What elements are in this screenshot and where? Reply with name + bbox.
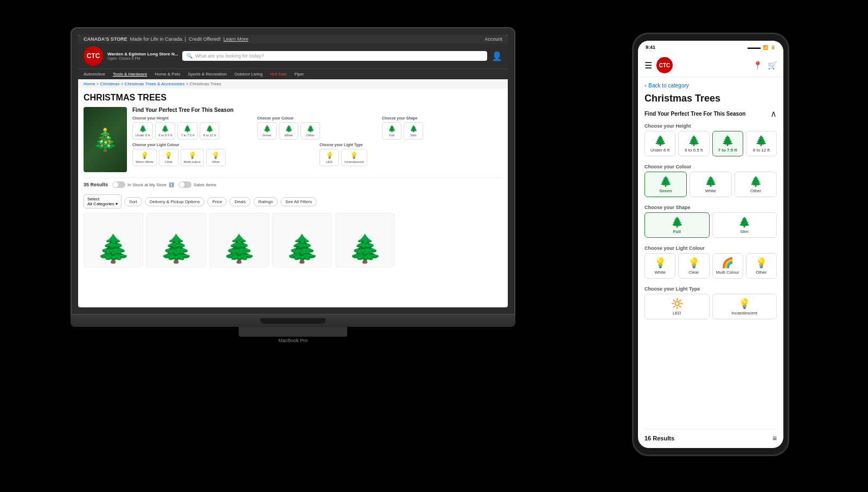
- product-card-2[interactable]: 🌲: [146, 213, 206, 267]
- sort-button[interactable]: Sort: [124, 197, 142, 206]
- laptop-screen: CANADA'S STORE Made for Life in Canada. …: [78, 35, 508, 307]
- height-options-row: 🌲 Under 6 ft 🌲 6 to 6.5 ft 🌲 7 to 7.5 ft: [644, 131, 777, 156]
- nav-flyer[interactable]: Flyer: [295, 72, 304, 77]
- phone-content: ‹ Back to category Christmas Trees Find …: [638, 77, 783, 448]
- breadcrumb: Home > Christmas > Christmas Trees & Acc…: [78, 79, 508, 89]
- height-7to75[interactable]: 🌲7 to 7.5 ft: [177, 122, 197, 140]
- product-grid: 🌲 🌲 🌲 🌲 🌲: [84, 213, 502, 267]
- phone-light-clear[interactable]: 💡 Clear: [678, 253, 709, 279]
- shape-options-row: 🌲 Full 🌲 Slim: [644, 212, 777, 238]
- filter-bar: Select All Categories ▾ Sort Delivery & …: [84, 194, 502, 209]
- shape-full[interactable]: 🌲Full: [382, 122, 401, 140]
- back-arrow-icon: ‹: [644, 83, 646, 89]
- phone-page-title: Christmas Trees: [644, 93, 777, 104]
- product-card-5[interactable]: 🌲: [335, 213, 395, 267]
- in-stock-switch[interactable]: [112, 181, 125, 188]
- phone-colour-green[interactable]: 🌲 Green: [644, 172, 687, 197]
- phone-height-8to12[interactable]: 🌲 8 to 12 ft: [746, 131, 777, 156]
- colour-options: 🌲Green 🌲White 🌲Other: [257, 122, 378, 140]
- see-all-button[interactable]: See All Filters: [280, 197, 317, 206]
- phone-colour-other[interactable]: 🌲 Other: [735, 172, 777, 197]
- phone-light-white[interactable]: 💡 White: [644, 253, 675, 279]
- slim-tree-icon: 🌲: [738, 216, 750, 228]
- light-incandescent[interactable]: 💡Incandescent: [341, 149, 367, 166]
- finder-height-row: Choose your Height 🌲Under 6 ft 🌲6 to 6.5…: [132, 116, 502, 140]
- hamburger-icon[interactable]: ☰: [644, 60, 652, 71]
- learn-more-link[interactable]: Learn More: [224, 36, 248, 42]
- colour-green[interactable]: 🌲Green: [257, 122, 277, 140]
- light-clear[interactable]: 💡Clear: [159, 149, 178, 166]
- account-link[interactable]: Account: [484, 36, 502, 42]
- phone-colour-white[interactable]: 🌲 White: [690, 172, 732, 197]
- search-icon: 🔍: [187, 53, 193, 59]
- product-card-1[interactable]: 🌲: [84, 213, 143, 267]
- sales-switch[interactable]: [178, 181, 192, 188]
- nav-tools[interactable]: Tools & Hardware: [113, 72, 147, 77]
- height-under6[interactable]: 🌲Under 6 ft: [132, 122, 153, 140]
- product-card-3[interactable]: 🌲: [209, 213, 269, 267]
- phone-light-multicolour[interactable]: 🌈 Multi Colour: [712, 253, 743, 279]
- back-link[interactable]: ‹ Back to category: [644, 83, 777, 89]
- phone-shape-full[interactable]: 🌲 Full: [644, 212, 710, 238]
- height-group: Choose your Height 🌲Under 6 ft 🌲6 to 6.5…: [132, 116, 253, 140]
- light-colour-options: 💡Warm White 💡Clear 💡Multi-colour 💡Other: [132, 149, 315, 166]
- phone-results-count: 16 Results: [644, 435, 674, 441]
- cart-icon[interactable]: 🛒: [768, 61, 777, 70]
- nav-outdoor[interactable]: Outdoor Living: [234, 72, 263, 77]
- product-card-4[interactable]: 🌲: [272, 213, 332, 267]
- phone-height-7to75[interactable]: 🌲 7 to 7.5 ft: [712, 131, 743, 156]
- section-title: Find Your Perfect Tree For This Season: [644, 111, 745, 117]
- phone-shape-slim[interactable]: 🌲 Slim: [712, 212, 777, 238]
- nav-home[interactable]: Home & Pets: [155, 72, 180, 77]
- phone-height-under6[interactable]: 🌲 Under 6 ft: [644, 131, 675, 156]
- phone-light-led[interactable]: 🔆 LED: [644, 294, 710, 319]
- height-6to65[interactable]: 🌲6 to 6.5 ft: [155, 122, 175, 140]
- site-top-bar: CANADA'S STORE Made for Life in Canada. …: [78, 35, 508, 43]
- search-placeholder: What are you looking for today?: [195, 53, 264, 59]
- ratings-button[interactable]: Ratings: [253, 197, 278, 206]
- tree-image: [84, 107, 127, 172]
- breadcrumb-accessories[interactable]: Christmas Trees & Accessories: [125, 81, 185, 86]
- collapse-button[interactable]: ∧: [770, 109, 777, 119]
- nav-sports[interactable]: Sports & Recreation: [188, 72, 227, 77]
- phone-light-other[interactable]: 💡 Other: [746, 253, 777, 279]
- light-multicolour[interactable]: 💡Multi-colour: [181, 149, 204, 166]
- breadcrumb-christmas[interactable]: Christmas: [100, 81, 119, 86]
- phone-nav-icons: 📍 🛒: [753, 61, 777, 70]
- results-bar: 35 Results In Stock at My Store ℹ️ Sales…: [84, 178, 502, 191]
- light-warm-white[interactable]: 💡Warm White: [132, 149, 157, 166]
- light-colour-section: Choose your Light Colour 💡 White 💡 Clear…: [644, 245, 777, 282]
- nav-automotive[interactable]: Automotive: [84, 72, 105, 77]
- clear-light-icon: 💡: [688, 257, 700, 269]
- category-select[interactable]: Select All Categories ▾: [84, 194, 122, 209]
- main-content: CHRISTMAS TREES Find Your Perfect Tree F…: [78, 89, 508, 272]
- search-bar[interactable]: 🔍 What are you looking for today?: [182, 51, 487, 61]
- phone-status-icons: ▬▬▬ 📶 🔋: [748, 45, 776, 50]
- phone-results-bar: 16 Results ≡: [644, 429, 777, 443]
- tree-finder-section: Find Your Perfect Tree For This Season C…: [84, 107, 502, 172]
- colour-other[interactable]: 🌲Other: [301, 122, 320, 140]
- light-led[interactable]: 💡LED: [320, 149, 339, 166]
- breadcrumb-current: Christmas Trees: [189, 81, 221, 86]
- colour-white[interactable]: 🌲White: [279, 122, 298, 140]
- phone-nav-bar: ☰ CTC 📍 🛒: [638, 54, 783, 77]
- shape-slim[interactable]: 🌲Slim: [404, 122, 423, 140]
- height-options: 🌲Under 6 ft 🌲6 to 6.5 ft 🌲7 to 7.5 ft 🌲8…: [132, 122, 253, 140]
- phone-time: 9:41: [646, 45, 655, 50]
- price-button[interactable]: Price: [207, 197, 227, 206]
- deals-button[interactable]: Deals: [229, 197, 250, 206]
- white-light-icon: 💡: [654, 257, 666, 269]
- breadcrumb-home[interactable]: Home: [84, 81, 95, 86]
- list-view-icon[interactable]: ≡: [773, 434, 777, 443]
- phone-screen: 9:41 ▬▬▬ 📶 🔋 ☰ CTC 📍 🛒: [638, 41, 783, 448]
- product-image-5: 🌲: [341, 216, 390, 264]
- delivery-button[interactable]: Delivery & Pickup Options: [145, 197, 205, 206]
- height-8to12[interactable]: 🌲8 to 12 ft: [200, 122, 219, 140]
- light-other[interactable]: 💡Other: [206, 149, 226, 166]
- location-icon[interactable]: 📍: [753, 61, 762, 70]
- phone-height-6to65[interactable]: 🌲 6 to 6.5 ft: [678, 131, 709, 156]
- phone-light-incandescent[interactable]: 💡 Incandescent: [712, 294, 777, 319]
- nav-hot-sale[interactable]: Hot Sale: [270, 72, 287, 77]
- laptop-body: CANADA'S STORE Made for Life in Canada. …: [71, 27, 515, 315]
- light-colour-group: Choose your Light Colour 💡Warm White 💡Cl…: [132, 143, 315, 166]
